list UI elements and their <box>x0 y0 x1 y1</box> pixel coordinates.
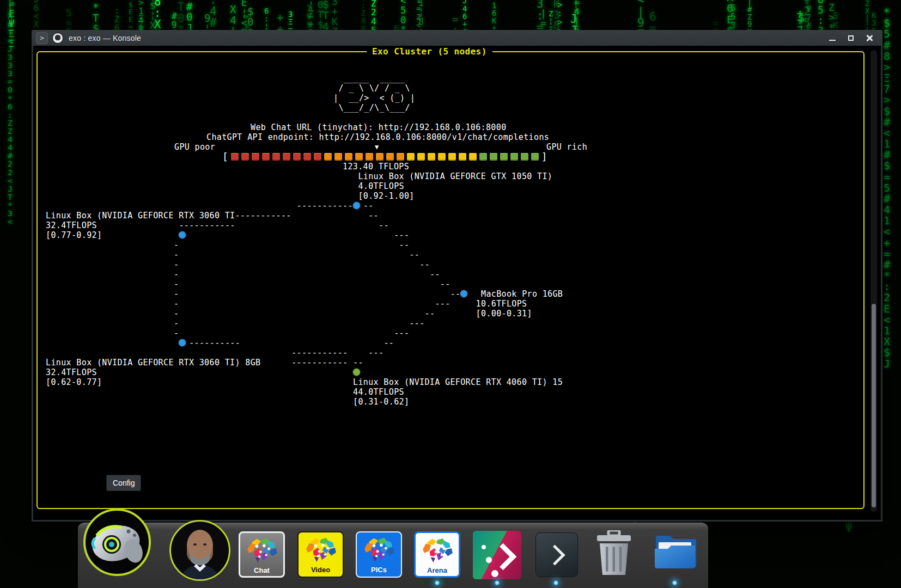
dock-item-arena[interactable]: Arena <box>414 531 460 578</box>
tree-text: - <box>174 309 179 318</box>
tree-text: Linux Box (NVIDIA GEFORCE RTX 3060 TI) 8… <box>46 358 260 367</box>
chevron-right-icon <box>490 543 516 570</box>
matrix-column: * $ 5 # 8 > Ξ 7 > $ # < 1 # $ = 5 # 4 1 … <box>884 7 890 370</box>
terminal-tab-icon: > <box>36 32 48 44</box>
dock-item-pics[interactable]: PICs <box>356 531 402 578</box>
running-indicator-app-teal <box>495 580 500 585</box>
maximize-button[interactable] <box>844 33 857 44</box>
bar-blocks <box>231 153 539 161</box>
bar-block <box>241 153 249 161</box>
bar-block <box>231 153 239 161</box>
bar-block <box>428 153 435 161</box>
api-endpoint: ChatGPT API endpoint: http://192.168.0.1… <box>206 132 549 142</box>
dock-item-app-teal[interactable] <box>473 531 521 579</box>
konsole-window: > exo : exo — Konsole Exo Cluster (5 nod… <box>32 30 882 522</box>
tree-text: ----------- <box>291 348 348 358</box>
tree-text: ---------- <box>189 338 240 348</box>
robot-avatar[interactable] <box>83 509 151 576</box>
tree-text: -- <box>379 220 389 230</box>
terminal-scrollbar[interactable] <box>870 50 877 512</box>
window-titlebar[interactable]: > exo : exo — Konsole <box>32 30 882 46</box>
terminal-prompt-icon <box>544 544 565 565</box>
tree-text: Linux Box (NVIDIA GEFORCE RTX 4060 TI) 1… <box>353 377 563 387</box>
bar-block <box>293 153 301 161</box>
dock-panel: Chat Video PICs Arena <box>78 523 708 588</box>
dock-item-video[interactable]: Video <box>297 531 344 578</box>
bar-block <box>448 153 456 161</box>
tree-text: [0.92-1.00] <box>358 191 414 201</box>
tree-text: --- <box>394 328 409 338</box>
scrollbar-thumb[interactable] <box>872 304 876 507</box>
bar-block <box>531 153 539 161</box>
bar-close-bracket: ] <box>541 151 547 162</box>
bar-block <box>417 153 425 161</box>
minimize-button[interactable] <box>826 33 839 44</box>
dock-item-arena-label: Arena <box>427 566 447 574</box>
dock-item-folder[interactable] <box>654 532 696 571</box>
person-avatar[interactable] <box>169 520 230 581</box>
robot-face-icon <box>86 511 149 574</box>
bar-block <box>500 153 508 161</box>
bar-block <box>510 153 518 161</box>
dot-decoration <box>486 557 492 563</box>
running-indicator-folder <box>672 580 677 585</box>
tree-text: - <box>174 289 179 299</box>
tree-text: -- <box>430 270 440 279</box>
bar-block <box>262 153 270 161</box>
dock-item-chat[interactable]: Chat <box>239 531 285 578</box>
bar-block <box>303 153 311 161</box>
config-button[interactable]: Config <box>106 475 141 491</box>
tree-text: --- <box>435 299 450 309</box>
tree-text: [0.62-0.77] <box>46 377 102 387</box>
running-indicator-arena <box>435 580 440 585</box>
tree-text: - <box>174 299 179 309</box>
tree-text: - <box>174 260 179 270</box>
node-dot-green <box>353 369 360 376</box>
close-button[interactable] <box>863 33 876 44</box>
bar-block <box>376 153 383 161</box>
tree-text: ----------- <box>291 358 348 367</box>
tree-text: ----------- <box>297 201 353 211</box>
tree-text: MacBook Pro 16GB <box>481 289 563 299</box>
bar-block <box>459 153 466 161</box>
gpu-poor-label: GPU poor <box>174 142 215 152</box>
matrix-column: | 5 6 < X <box>34 0 39 29</box>
gpu-gradient-bar: [ ] <box>222 151 547 162</box>
brain-logo-icon <box>421 537 454 565</box>
dock-item-konsole[interactable] <box>535 532 578 577</box>
tree-text: 32.4TFLOPS <box>46 367 97 377</box>
tree-text: -- <box>399 240 410 250</box>
running-indicator-konsole <box>553 580 558 585</box>
dock-item-trash[interactable] <box>595 530 632 578</box>
web-chat-url: Web Chat URL (tinychat): http://192.168.… <box>251 122 507 132</box>
bar-block <box>355 153 363 161</box>
brain-logo-icon <box>362 536 396 565</box>
trash-icon <box>595 530 632 576</box>
total-tflops: 123.40 TFLOPS <box>343 162 409 171</box>
tree-text: - <box>174 250 179 260</box>
bar-block <box>397 153 404 161</box>
tree-text: [0.31-0.62] <box>353 397 409 407</box>
bar-block <box>366 153 373 161</box>
konsole-app-icon <box>52 33 63 44</box>
close-icon <box>866 35 873 41</box>
bar-block <box>490 153 497 161</box>
maximize-icon <box>848 35 854 41</box>
folder-icon <box>654 532 696 568</box>
node-dot-blue <box>353 202 360 209</box>
tree-text: [0.00-0.31] <box>476 309 532 318</box>
tree-text: Linux Box (NVIDIA GEFORCE GTX 1050 TI) <box>358 171 552 181</box>
terminal-viewport: Exo Cluster (5 nodes) _____ _____ / _ \ … <box>32 46 882 522</box>
tree-text: - <box>174 318 179 328</box>
tree-text: 32.4TFLOPS <box>46 220 97 230</box>
tree-text: - <box>174 240 179 250</box>
bar-block <box>345 153 352 161</box>
brain-logo-icon <box>304 536 338 565</box>
bar-block <box>386 153 394 161</box>
bar-block <box>252 153 259 161</box>
bar-block <box>407 153 415 161</box>
tree-text: -- <box>440 279 450 289</box>
bar-block <box>334 153 342 161</box>
dot-decoration <box>482 545 486 549</box>
dot-decoration <box>491 570 498 577</box>
